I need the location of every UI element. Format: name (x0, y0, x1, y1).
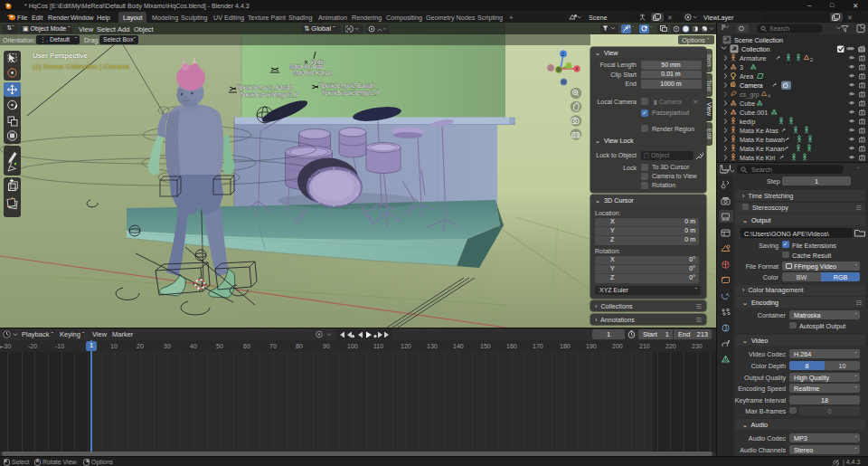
svg-text:Mata Ke Kanan: Mata Ke Kanan (293, 70, 334, 76)
svg-text:Mata Ke Atas: Mata Ke Atas (289, 63, 324, 70)
svg-text:TekukSusukJempol1.B: TekukSusukJempol1.B (240, 91, 298, 99)
svg-text:Z: Z (561, 52, 564, 57)
svg-text:TekukSusukJempol2.R: TekukSusukJempol2.R (322, 90, 381, 97)
